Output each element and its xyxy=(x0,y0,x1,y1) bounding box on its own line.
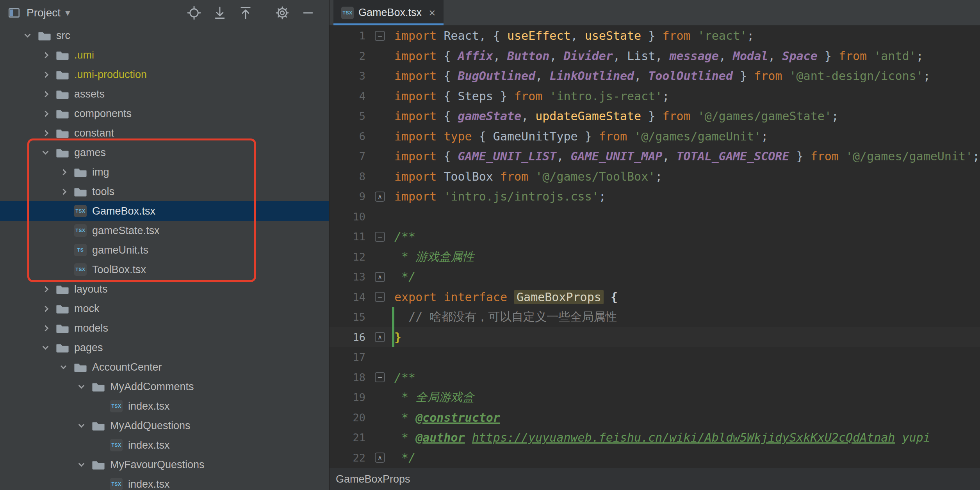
chevron-right-icon[interactable] xyxy=(56,165,70,179)
code-line[interactable]: 6import type { GameUnitType } from '@/ga… xyxy=(330,126,980,147)
code-line-text: import React, { useEffect, useState } fr… xyxy=(394,29,754,43)
fold-end-icon[interactable]: ∧ xyxy=(375,192,385,202)
tree-folder-myaddquestions[interactable]: MyAddQuestions xyxy=(0,416,329,435)
folder-icon xyxy=(55,87,69,101)
chevron-right-icon[interactable] xyxy=(38,126,52,140)
code-line-text: * 游戏盒属性 xyxy=(394,249,474,265)
tree-folder-myaddcomments[interactable]: MyAddComments xyxy=(0,377,329,396)
expand-all-icon[interactable] xyxy=(212,5,228,21)
code-line[interactable]: 9∧import 'intro.js/introjs.css'; xyxy=(330,186,980,207)
fold-end-icon[interactable]: ∧ xyxy=(375,332,385,342)
code-line[interactable]: 17 xyxy=(330,347,980,368)
line-number: 12 xyxy=(330,251,365,263)
tree-folder--umi[interactable]: .umi xyxy=(0,45,329,65)
folder-icon xyxy=(91,380,105,394)
chevron-down-icon[interactable] xyxy=(38,146,52,160)
code-line[interactable]: 19 * 全局游戏盒 xyxy=(330,387,980,408)
fold-end-icon[interactable]: ∧ xyxy=(375,453,385,463)
fold-start-icon[interactable]: − xyxy=(375,31,385,41)
folder-icon xyxy=(55,341,69,355)
tree-folder-img[interactable]: img xyxy=(0,162,329,182)
code-line[interactable]: 21 * @author https://yuyuanweb.feishu.cn… xyxy=(330,428,980,448)
code-line[interactable]: 22∧ */ xyxy=(330,448,980,468)
fold-end-icon[interactable]: ∧ xyxy=(375,272,385,282)
code-line[interactable]: 18−/** xyxy=(330,368,980,388)
line-number: 11 xyxy=(330,231,365,243)
tree-file-index-tsx[interactable]: TSXindex.tsx xyxy=(0,474,329,490)
tree-folder--umi-production[interactable]: .umi-production xyxy=(0,65,329,84)
tree-file-gamestate-tsx[interactable]: TSXgameState.tsx xyxy=(0,221,329,240)
tree-folder-components[interactable]: components xyxy=(0,104,329,123)
chevron-down-icon[interactable] xyxy=(74,380,88,394)
chevron-down-icon[interactable] xyxy=(56,360,70,374)
collapse-all-icon[interactable] xyxy=(238,5,253,21)
code-editor[interactable]: 1−import React, { useEffect, useState } … xyxy=(330,26,980,468)
tree-folder-layouts[interactable]: layouts xyxy=(0,279,329,299)
ts-file-icon: TS xyxy=(73,243,87,257)
code-line[interactable]: 15 // 啥都没有，可以自定义一些全局属性 xyxy=(330,307,980,327)
tree-folder-games[interactable]: games xyxy=(0,143,329,162)
fold-start-icon[interactable]: − xyxy=(375,372,385,382)
chevron-down-icon[interactable] xyxy=(38,341,52,355)
code-line[interactable]: 16∧} xyxy=(330,327,980,348)
tree-folder-mock[interactable]: mock xyxy=(0,299,329,318)
line-number: 17 xyxy=(330,351,365,363)
code-line[interactable]: 4import { Steps } from 'intro.js-react'; xyxy=(330,86,980,107)
fold-start-icon[interactable]: − xyxy=(375,232,385,242)
tree-item-label: GameBox.tsx xyxy=(92,205,155,217)
fold-column: ∧ xyxy=(365,192,394,202)
code-line[interactable]: 3import { BugOutlined, LinkOutlined, Too… xyxy=(330,66,980,86)
code-line[interactable]: 5import { gameState, updateGameState } f… xyxy=(330,106,980,126)
tree-folder-src[interactable]: src xyxy=(0,26,329,45)
breadcrumb-item[interactable]: GameBoxProps xyxy=(336,473,410,485)
tree-file-index-tsx[interactable]: TSXindex.tsx xyxy=(0,396,329,416)
code-line[interactable]: 2import { Affix, Button, Divider, List, … xyxy=(330,46,980,66)
chevron-right-icon[interactable] xyxy=(38,67,52,82)
chevron-down-icon[interactable] xyxy=(74,458,88,472)
tab-gamebox-tsx[interactable]: TSX GameBox.tsx × xyxy=(333,0,444,25)
code-line[interactable]: 1−import React, { useEffect, useState } … xyxy=(330,26,980,46)
code-line[interactable]: 12 * 游戏盒属性 xyxy=(330,247,980,267)
project-file-tree: src.umi.umi-productionassetscomponentsco… xyxy=(0,26,329,490)
chevron-right-icon[interactable] xyxy=(38,282,52,296)
code-line[interactable]: 11−/** xyxy=(330,227,980,247)
code-line[interactable]: 10 xyxy=(330,207,980,227)
tree-folder-assets[interactable]: assets xyxy=(0,84,329,104)
chevron-right-icon[interactable] xyxy=(38,302,52,316)
code-line[interactable]: 7import { GAME_UNIT_LIST, GAME_UNIT_MAP,… xyxy=(330,146,980,167)
tree-folder-myfavourquestions[interactable]: MyFavourQuestions xyxy=(0,455,329,474)
chevron-right-icon[interactable] xyxy=(38,87,52,101)
code-line[interactable]: 20 * @constructor xyxy=(330,408,980,428)
fold-start-icon[interactable]: − xyxy=(375,292,385,302)
chevron-down-icon[interactable] xyxy=(20,28,34,43)
code-line-text: export interface GameBoxProps { xyxy=(394,290,618,304)
folder-icon xyxy=(73,185,87,199)
chevron-right-icon[interactable] xyxy=(38,48,52,62)
tree-folder-models[interactable]: models xyxy=(0,318,329,338)
chevron-right-icon[interactable] xyxy=(38,321,52,335)
code-line[interactable]: 14−export interface GameBoxProps { xyxy=(330,287,980,307)
tree-file-toolbox-tsx[interactable]: TSXToolBox.tsx xyxy=(0,260,329,279)
code-line[interactable]: 13∧ */ xyxy=(330,267,980,287)
hide-panel-icon[interactable] xyxy=(300,5,316,21)
tree-file-index-tsx[interactable]: TSXindex.tsx xyxy=(0,435,329,455)
code-line[interactable]: 8import ToolBox from '@/games/ToolBox'; xyxy=(330,167,980,187)
tree-item-label: mock xyxy=(74,303,100,315)
close-icon[interactable]: × xyxy=(429,7,436,19)
tree-folder-constant[interactable]: constant xyxy=(0,123,329,143)
fold-column: − xyxy=(365,31,394,41)
tree-folder-accountcenter[interactable]: AccountCenter xyxy=(0,357,329,377)
tree-file-gameunit-ts[interactable]: TSgameUnit.ts xyxy=(0,240,329,260)
chevron-right-icon[interactable] xyxy=(38,107,52,121)
locate-icon[interactable] xyxy=(186,5,202,21)
chevron-right-icon[interactable] xyxy=(56,185,70,199)
settings-gear-icon[interactable] xyxy=(274,5,290,21)
tree-file-gamebox-tsx[interactable]: TSXGameBox.tsx xyxy=(0,201,329,221)
tree-folder-tools[interactable]: tools xyxy=(0,182,329,201)
chevron-down-icon[interactable] xyxy=(74,419,88,433)
project-view-selector[interactable]: Project ▾ xyxy=(6,5,70,21)
tree-folder-pages[interactable]: pages xyxy=(0,338,329,357)
code-line-text: /** xyxy=(394,230,415,243)
tsx-file-icon: TSX xyxy=(73,204,87,218)
line-number: 20 xyxy=(330,412,365,424)
